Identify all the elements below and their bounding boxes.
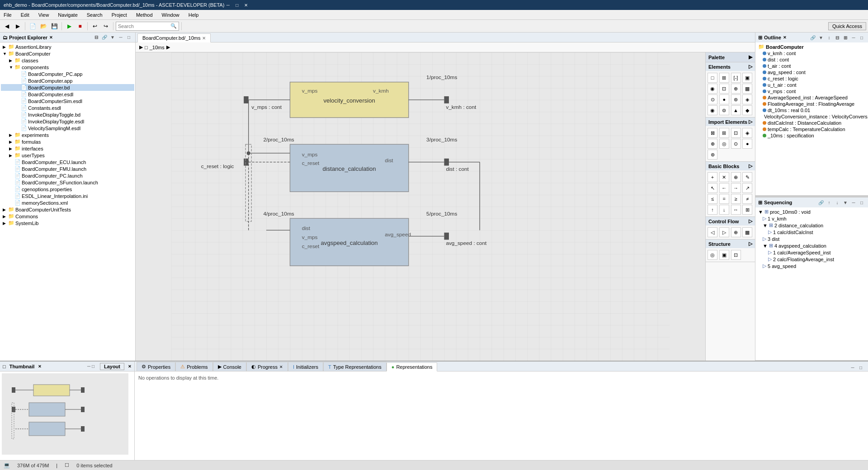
diagram-canvas[interactable]: velocity_conversion v_mps v_kmh 1/proc_1…	[136, 52, 705, 361]
menu-view[interactable]: View	[37, 11, 51, 19]
palette-icon-10[interactable]: ●	[719, 94, 729, 104]
palette-basic-icon-2[interactable]: ✕	[719, 172, 729, 182]
outline-creset[interactable]: c_reset : logic	[757, 75, 866, 82]
outline-utair[interactable]: u_t_air : cont	[757, 82, 866, 88]
palette-basic-icon-11[interactable]: ≥	[731, 194, 741, 204]
tree-item[interactable]: 📄InvokeDisplayToggle.esdl	[1, 118, 134, 125]
outline-sync-button[interactable]: 🔗	[809, 34, 816, 41]
close-button[interactable]: ✕	[242, 2, 250, 8]
tree-item[interactable]: ▼📁components	[1, 64, 134, 70]
palette-cf-icon-1[interactable]: ◁	[708, 227, 717, 237]
properties-tab[interactable]: ⚙ Properties	[137, 362, 175, 371]
run-button[interactable]: ▶	[64, 21, 74, 31]
outline-max-button[interactable]: □	[858, 34, 865, 41]
palette-basic-icon-13[interactable]: ↑	[708, 205, 717, 215]
palette-cf-icon-3[interactable]: ⊕	[731, 227, 741, 237]
outline-tempcalc[interactable]: tempCalc : TemperatureCalculation	[757, 126, 866, 132]
seq-min-button[interactable]: ─	[850, 199, 857, 206]
palette-import-icon-2[interactable]: ⊞	[719, 128, 729, 138]
minimize-panel-button[interactable]: ─	[117, 34, 124, 41]
tree-item[interactable]: ▶📁Commons	[1, 213, 134, 220]
tree-item[interactable]: ▼📁BoardComputer	[1, 50, 134, 57]
palette-basic-icon-3[interactable]: ⊕	[731, 172, 741, 182]
bottom-min-button[interactable]: ─	[849, 364, 856, 371]
palette-icon-14[interactable]: ⊜	[719, 105, 729, 115]
filter-button[interactable]: ▼	[109, 34, 116, 41]
palette-basic-icon-16[interactable]: ⊞	[742, 205, 752, 215]
palette-basic-icon-14[interactable]: ↓	[719, 205, 729, 215]
palette-icon-4[interactable]: ▣	[742, 73, 752, 83]
palette-import-icon-8[interactable]: ●	[742, 139, 752, 149]
redo-button[interactable]: ↪	[101, 21, 111, 31]
seq-filter-button[interactable]: ▼	[842, 199, 849, 206]
outline-tair[interactable]: t_air : cont	[757, 63, 866, 69]
palette-import-header[interactable]: Import Elements ▷	[706, 118, 755, 126]
tree-item[interactable]: 📄VelocitySamplingM.esdl	[1, 125, 134, 132]
palette-basic-icon-12[interactable]: ≠	[742, 194, 752, 204]
outline-avgspeed-inst[interactable]: AverageSpeed_inst : AverageSpeed	[757, 94, 866, 101]
tree-item[interactable]: 📄cgenoptions.properties	[1, 186, 134, 193]
palette-basic-icon-10[interactable]: =	[719, 194, 729, 204]
palette-cf-icon-4[interactable]: ▦	[742, 227, 752, 237]
palette-icon-15[interactable]: ▲	[731, 105, 741, 115]
palette-basic-icon-8[interactable]: ↗	[742, 183, 752, 193]
seq-up-button[interactable]: ↑	[826, 199, 833, 206]
palette-import-icon-6[interactable]: ◎	[719, 139, 729, 149]
seq-avgspeedcalc[interactable]: ▼ ⊞ 4 avgspeed_calculation	[757, 242, 866, 249]
forward-button[interactable]: ▶	[13, 21, 23, 31]
palette-import-icon-4[interactable]: ◈	[742, 128, 752, 138]
outline-root[interactable]: 📁 BoardComputer	[757, 43, 866, 50]
tree-item[interactable]: 📄BoardComputer_FMU.launch	[1, 165, 134, 172]
progress-close[interactable]: ✕	[279, 365, 283, 369]
layout-tab[interactable]: Layout	[100, 363, 124, 370]
seq-vkmh[interactable]: ▷ 1 v_kmh	[757, 215, 866, 222]
seq-dist[interactable]: ▷ 3 dist	[757, 235, 866, 242]
palette-icon-2[interactable]: ⊞	[719, 73, 729, 83]
outline-avgspeed[interactable]: avg_speed : cont	[757, 69, 866, 75]
representations-tab[interactable]: ● Representations	[387, 362, 438, 371]
menu-window[interactable]: Window	[160, 11, 181, 19]
quick-access-button[interactable]: Quick Access	[828, 22, 866, 30]
outline-expand-button[interactable]: ⊞	[842, 34, 849, 41]
palette-icon-6[interactable]: ⊡	[719, 84, 729, 94]
palette-struct-icon-2[interactable]: ▣	[719, 250, 729, 260]
progress-tab[interactable]: ◐ Progress ✕	[246, 362, 288, 371]
open-button[interactable]: 📂	[38, 21, 48, 31]
breadcrumb-item[interactable]: _10ms	[150, 45, 165, 50]
outline-dist[interactable]: dist : cont	[757, 56, 866, 63]
palette-control-flow-header[interactable]: Control Flow ▷	[706, 217, 755, 226]
maximize-panel-button[interactable]: □	[125, 34, 132, 41]
outline-10ms[interactable]: _10ms : specification	[757, 132, 866, 139]
tree-item[interactable]: 📄BoardComputer.esdl	[1, 91, 134, 98]
palette-structure-header[interactable]: Structure ▷	[706, 240, 755, 248]
tree-item[interactable]: ▶📁userTypes	[1, 152, 134, 159]
outline-filter-button[interactable]: ▼	[817, 34, 825, 41]
palette-icon-12[interactable]: ◈	[742, 94, 752, 104]
palette-basic-icon-6[interactable]: ←	[719, 183, 729, 193]
seq-sync-button[interactable]: 🔗	[817, 199, 825, 206]
tree-item[interactable]: ▶📁AssertionLibrary	[1, 43, 134, 50]
tree-item[interactable]: ▶📁BoardComputerUnitTests	[1, 206, 134, 213]
palette-basic-icon-9[interactable]: ≤	[708, 194, 717, 204]
palette-import-icon-5[interactable]: ⊕	[708, 139, 717, 149]
palette-import-icon-9[interactable]: ⊛	[708, 150, 717, 160]
palette-basic-icon-4[interactable]: ✎	[742, 172, 752, 182]
outline-distcalcinst[interactable]: distCalcInst : DistanceCalculation	[757, 120, 866, 126]
palette-icon-7[interactable]: ⊕	[731, 84, 741, 94]
outline-min-button[interactable]: ─	[850, 34, 857, 41]
menu-help[interactable]: Help	[187, 11, 201, 19]
undo-button[interactable]: ↩	[90, 21, 100, 31]
menu-search[interactable]: Search	[85, 11, 104, 19]
palette-cf-icon-2[interactable]: ▷	[719, 227, 729, 237]
palette-icon-5[interactable]: ◉	[708, 84, 717, 94]
outline-vmps[interactable]: v_mps : cont	[757, 88, 866, 94]
stop-button[interactable]: ■	[75, 21, 85, 31]
tree-item[interactable]: 📄BoardComputerSim.esdl	[1, 98, 134, 104]
seq-calcavgspeed[interactable]: ▷ 1 calc/AverageSpeed_inst	[757, 249, 866, 256]
palette-import-icon-1[interactable]: ⊠	[708, 128, 717, 138]
outline-floatingavg-inst[interactable]: FloatingAverage_inst : FloatingAverage	[757, 101, 866, 107]
palette-icon-3[interactable]: [-]	[731, 73, 741, 83]
palette-elements-header[interactable]: Elements ▷	[706, 62, 755, 71]
palette-basic-icon-5[interactable]: ↖	[708, 183, 717, 193]
seq-calcdistcalcinst[interactable]: ▷ 1 calc/distCalcInst	[757, 229, 866, 235]
